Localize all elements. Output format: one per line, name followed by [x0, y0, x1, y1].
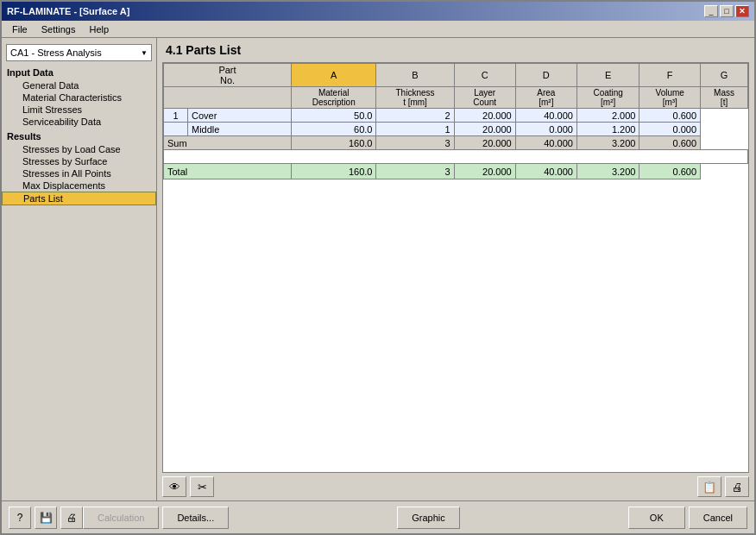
title-bar: RF-LAMINATE - [Surface A] _ □ ✕ — [2, 2, 754, 21]
main-content: 4.1 Parts List PartNo. A B C D E F G — [157, 38, 754, 500]
menu-settings[interactable]: Settings — [35, 23, 83, 35]
print-bottom-icon: 🖨 — [66, 512, 77, 524]
col-f-header: F — [639, 64, 701, 87]
save-icon: 💾 — [40, 512, 53, 524]
close-button[interactable]: ✕ — [735, 5, 749, 17]
part-no-header: PartNo. — [164, 64, 292, 87]
window-title: RF-LAMINATE - [Surface A] — [7, 6, 129, 16]
total-mass: 0.600 — [639, 164, 701, 179]
printer-icon: 🖨 — [732, 481, 743, 494]
col-d-header: D — [515, 64, 576, 87]
scissor-icon: ✂ — [198, 481, 207, 494]
analysis-dropdown[interactable]: CA1 - Stress Analysis ▼ — [6, 44, 152, 61]
help-button[interactable]: ? — [9, 507, 31, 529]
input-data-section: Input Data — [2, 64, 156, 79]
bottom-right-buttons: OK Cancel — [628, 507, 747, 529]
sidebar-item-parts-list[interactable]: Parts List — [2, 192, 156, 205]
cancel-button[interactable]: Cancel — [689, 507, 747, 529]
content-area: CA1 - Stress Analysis ▼ Input Data Gener… — [2, 38, 754, 500]
area-cell: 20.000 — [454, 109, 515, 123]
dropdown-value: CA1 - Stress Analysis — [10, 47, 102, 58]
coating-cell: 0.000 — [515, 123, 576, 136]
col-g-header: G — [701, 64, 748, 87]
mass-cell: 0.600 — [639, 109, 701, 123]
title-controls: _ □ ✕ — [704, 5, 749, 17]
print-bottom-button[interactable]: 🖨 — [60, 507, 83, 529]
chevron-down-icon: ▼ — [141, 49, 148, 57]
sidebar-item-material-characteristics[interactable]: Material Characteristics — [2, 91, 156, 104]
col-header-row: PartNo. A B C D E F G — [164, 64, 748, 87]
bottom-left-buttons: ? 💾 🖨 — [9, 507, 83, 529]
col-b-sub: Thicknesst [mm] — [376, 87, 454, 109]
mass-cell: 0.000 — [639, 123, 701, 136]
part-no-subheader — [164, 87, 292, 109]
layer-count-cell: 1 — [376, 123, 454, 136]
toolbar-right: 📋 🖨 — [697, 476, 749, 497]
sum-thickness: 160.0 — [292, 136, 376, 150]
menu-bar: File Settings Help — [2, 21, 754, 38]
maximize-button[interactable]: □ — [720, 5, 734, 17]
save-button[interactable]: 💾 — [35, 507, 57, 529]
sidebar-item-stresses-by-load-case[interactable]: Stresses by Load Case — [2, 143, 156, 155]
sidebar-item-stresses-in-all-points[interactable]: Stresses in All Points — [2, 167, 156, 179]
sum-mass: 0.600 — [639, 136, 701, 150]
menu-help[interactable]: Help — [82, 23, 116, 35]
eye-button[interactable]: 👁 — [162, 476, 186, 497]
empty-cell — [164, 150, 748, 164]
table-area: PartNo. A B C D E F G MaterialDescriptio… — [162, 62, 749, 473]
toolbar-row: 👁 ✂ 📋 🖨 — [157, 473, 754, 500]
material-cell: Cover — [188, 109, 292, 123]
sum-row: Sum 160.0 3 20.000 40.000 3.200 0.600 — [164, 136, 748, 150]
details-button[interactable]: Details... — [162, 507, 229, 529]
sidebar: CA1 - Stress Analysis ▼ Input Data Gener… — [2, 38, 157, 500]
col-e-header: E — [576, 64, 639, 87]
col-d-sub: Area[m²] — [515, 87, 576, 109]
sidebar-item-limit-stresses[interactable]: Limit Stresses — [2, 104, 156, 116]
layer-count-cell: 2 — [376, 109, 454, 123]
help-icon: ? — [17, 512, 23, 524]
bottom-center-buttons: Calculation Details... — [83, 507, 229, 529]
empty-row — [164, 150, 748, 164]
col-c-header: C — [454, 64, 515, 87]
parts-list-table: PartNo. A B C D E F G MaterialDescriptio… — [163, 63, 748, 179]
export-icon: 📋 — [702, 481, 716, 494]
toolbar-left: 👁 ✂ — [162, 476, 214, 497]
ok-button[interactable]: OK — [628, 507, 685, 529]
col-f-sub: Volume[m³] — [639, 87, 701, 109]
tool-button[interactable]: ✂ — [190, 476, 214, 497]
export-button[interactable]: 📋 — [697, 476, 721, 497]
table-row: Middle 60.0 1 20.000 0.000 1.200 0.000 — [164, 123, 748, 136]
sum-area: 20.000 — [454, 136, 515, 150]
bottom-bar: ? 💾 🖨 Calculation Details... Graphic OK … — [2, 500, 754, 533]
thickness-cell: 60.0 — [292, 123, 376, 136]
total-row: Total 160.0 3 20.000 40.000 3.200 0.600 — [164, 164, 748, 179]
table-row: 1 Cover 50.0 2 20.000 40.000 2.000 0.600 — [164, 109, 748, 123]
print-icon-button[interactable]: 🖨 — [725, 476, 749, 497]
total-area: 20.000 — [454, 164, 515, 179]
sum-label: Sum — [164, 136, 292, 150]
menu-file[interactable]: File — [5, 23, 35, 35]
results-section: Results — [2, 128, 156, 143]
coating-cell: 40.000 — [515, 109, 576, 123]
col-a-header: A — [292, 64, 376, 87]
thickness-cell: 50.0 — [292, 109, 376, 123]
graphic-button[interactable]: Graphic — [397, 507, 460, 529]
calculation-button[interactable]: Calculation — [83, 507, 159, 529]
sidebar-item-max-displacements[interactable]: Max Displacements — [2, 179, 156, 192]
total-coating: 40.000 — [515, 164, 576, 179]
sidebar-item-serviceability-data[interactable]: Serviceability Data — [2, 116, 156, 128]
total-thickness: 160.0 — [292, 164, 376, 179]
material-cell: Middle — [188, 123, 292, 136]
part-no-cell — [164, 123, 188, 136]
minimize-button[interactable]: _ — [704, 5, 718, 17]
sidebar-item-stresses-by-surface[interactable]: Stresses by Surface — [2, 155, 156, 167]
sidebar-item-general-data[interactable]: General Data — [2, 79, 156, 91]
area-cell: 20.000 — [454, 123, 515, 136]
volume-cell: 2.000 — [576, 109, 639, 123]
col-c-sub: LayerCount — [454, 87, 515, 109]
main-window: RF-LAMINATE - [Surface A] _ □ ✕ File Set… — [0, 0, 756, 535]
total-layer-count: 3 — [376, 164, 454, 179]
total-volume: 3.200 — [576, 164, 639, 179]
col-a-sub: MaterialDescription — [292, 87, 376, 109]
col-g-sub: Mass[t] — [701, 87, 748, 109]
